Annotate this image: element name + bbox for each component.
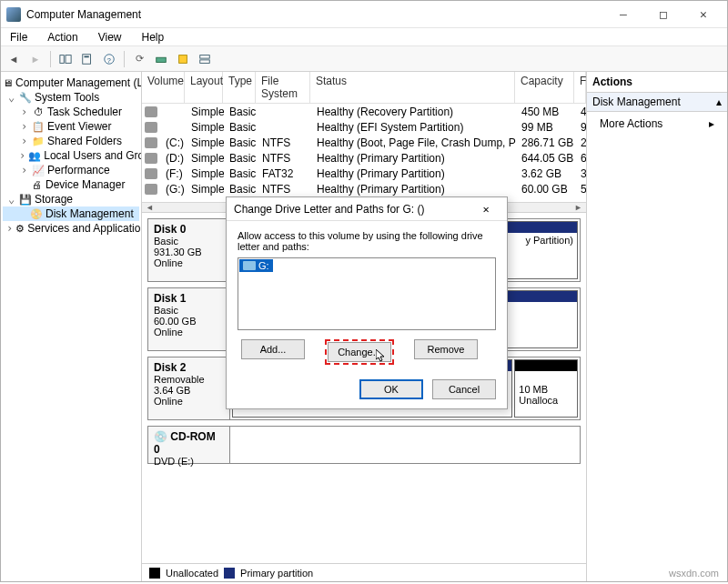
- legend-swatch-unallocated: [149, 568, 160, 579]
- menu-help[interactable]: Help: [138, 30, 168, 45]
- legend-unallocated: Unallocated: [166, 568, 218, 579]
- col-capacity[interactable]: Capacity: [515, 72, 574, 103]
- tree-root[interactable]: 🖥Computer Management (Local: [3, 76, 139, 90]
- tree-shared-folders[interactable]: ›📁Shared Folders: [3, 134, 139, 148]
- legend-primary: Primary partition: [240, 568, 313, 579]
- navigation-tree[interactable]: 🖥Computer Management (Local ⌄🔧System Too…: [1, 72, 142, 581]
- drive-letter-list[interactable]: G:: [238, 257, 496, 330]
- menu-action[interactable]: Action: [44, 30, 81, 45]
- volume-list[interactable]: Volume Layout Type File System Status Ca…: [142, 72, 586, 213]
- tree-local-users[interactable]: ›👥Local Users and Groups: [3, 148, 139, 163]
- drive-icon: [145, 153, 157, 164]
- menubar: File Action View Help: [1, 28, 727, 46]
- svg-rect-2: [83, 54, 91, 64]
- tree-device-manager[interactable]: 🖨Device Manager: [3, 177, 139, 192]
- svg-rect-9: [200, 59, 210, 63]
- col-type[interactable]: Type: [223, 72, 256, 103]
- svg-rect-8: [200, 55, 210, 58]
- svg-rect-0: [60, 55, 64, 63]
- help-button[interactable]: ?: [100, 50, 118, 68]
- volume-row[interactable]: (D:)SimpleBasicNTFSHealthy (Primary Part…: [142, 150, 586, 166]
- volume-row[interactable]: SimpleBasicHealthy (Recovery Partition)4…: [142, 104, 586, 119]
- volume-row[interactable]: SimpleBasicHealthy (EFI System Partition…: [142, 119, 586, 135]
- svg-rect-6: [157, 57, 167, 62]
- tree-task-scheduler[interactable]: ›⏱Task Scheduler: [3, 105, 139, 119]
- settings-button[interactable]: [174, 50, 192, 68]
- close-button[interactable]: ✕: [683, 2, 723, 27]
- drive-letter-item-selected[interactable]: G:: [239, 259, 273, 272]
- ok-button[interactable]: OK: [359, 379, 423, 399]
- legend-swatch-primary: [224, 568, 235, 579]
- window-controls: — □ ✕: [603, 2, 723, 27]
- svg-text:?: ?: [106, 55, 111, 64]
- actions-pane: Actions Disk Management▴ More Actions▸: [586, 72, 727, 581]
- tree-performance[interactable]: ›📈Performance: [3, 163, 139, 177]
- col-layout[interactable]: Layout: [185, 72, 223, 103]
- actions-header: Actions: [587, 72, 727, 93]
- actions-more[interactable]: More Actions▸: [587, 112, 727, 136]
- forward-button[interactable]: ►: [26, 50, 45, 68]
- menu-file[interactable]: File: [6, 30, 31, 45]
- dialog-message: Allow access to this volume by using the…: [238, 230, 496, 252]
- svg-rect-3: [85, 55, 89, 57]
- cursor-icon: [376, 349, 387, 362]
- volume-row[interactable]: (C:)SimpleBasicNTFSHealthy (Boot, Page F…: [142, 135, 586, 150]
- dialog-titlebar[interactable]: Change Drive Letter and Paths for G: () …: [227, 197, 507, 221]
- collapse-icon: ▴: [716, 96, 722, 108]
- rescan-button[interactable]: [152, 50, 170, 68]
- tree-storage[interactable]: ⌄💾Storage: [3, 192, 139, 206]
- app-icon: [6, 7, 21, 22]
- menu-view[interactable]: View: [95, 30, 126, 45]
- back-button[interactable]: ◄: [5, 50, 23, 68]
- disk-2-label: Disk 2 Removable 3.64 GB Online: [148, 357, 230, 419]
- change-button-highlight: Change...: [325, 339, 394, 365]
- tree-event-viewer[interactable]: ›📋Event Viewer: [3, 119, 139, 134]
- titlebar: Computer Management — □ ✕: [1, 1, 727, 28]
- svg-rect-1: [66, 55, 71, 63]
- scroll-left-button[interactable]: ◄: [142, 203, 157, 212]
- dialog-close-button[interactable]: ✕: [472, 203, 500, 216]
- col-filesystem[interactable]: File System: [256, 72, 310, 103]
- legend: Unallocated Primary partition: [142, 563, 586, 581]
- partition-unallocated[interactable]: 10 MBUnalloca: [514, 359, 578, 418]
- separator: [50, 51, 51, 67]
- disk-row-cdrom[interactable]: 💿 CD-ROM 0 DVD (E:): [147, 426, 581, 464]
- tree-system-tools[interactable]: ⌄🔧System Tools: [3, 90, 139, 105]
- minimize-button[interactable]: —: [603, 2, 643, 27]
- dialog-body: Allow access to this volume by using the…: [227, 221, 507, 372]
- tree-disk-management[interactable]: 📀Disk Management: [3, 206, 139, 221]
- col-free[interactable]: F: [574, 72, 586, 103]
- volume-row[interactable]: (G:)SimpleBasicNTFSHealthy (Primary Part…: [142, 181, 586, 196]
- dialog-title: Change Drive Letter and Paths for G: (): [234, 203, 424, 216]
- cancel-button[interactable]: Cancel: [432, 379, 496, 399]
- drive-icon: [243, 261, 256, 270]
- disk-1-label: Disk 1 Basic 60.00 GB Online: [148, 288, 230, 350]
- drive-icon: [145, 137, 157, 148]
- drive-icon: [145, 168, 157, 179]
- drive-icon: [145, 122, 157, 133]
- add-button[interactable]: Add...: [241, 339, 305, 359]
- volume-row[interactable]: (F:)SimpleBasicFAT32Healthy (Primary Par…: [142, 166, 586, 181]
- col-status[interactable]: Status: [310, 72, 515, 103]
- actions-group-header[interactable]: Disk Management▴: [587, 93, 727, 112]
- list-header[interactable]: Volume Layout Type File System Status Ca…: [142, 72, 586, 104]
- window-title: Computer Management: [26, 8, 141, 21]
- view-top-button[interactable]: [196, 50, 214, 68]
- watermark: wsxdn.com: [669, 568, 719, 579]
- maximize-button[interactable]: □: [643, 2, 683, 27]
- toolbar: ◄ ► ? ⟳: [1, 46, 727, 72]
- scroll-right-button[interactable]: ►: [571, 203, 586, 212]
- properties-button[interactable]: [78, 50, 96, 68]
- disk-0-label: Disk 0 Basic 931.30 GB Online: [148, 219, 230, 281]
- separator: [124, 51, 125, 67]
- show-hide-tree-button[interactable]: [56, 50, 75, 68]
- refresh-button[interactable]: ⟳: [130, 50, 148, 68]
- drive-icon: [145, 106, 157, 117]
- tree-services[interactable]: ›⚙Services and Applications: [3, 221, 139, 236]
- dialog-action-buttons: Add... Change... Remove: [238, 337, 496, 367]
- remove-button[interactable]: Remove: [414, 339, 478, 359]
- drive-icon: [145, 184, 157, 195]
- change-button[interactable]: Change...: [328, 342, 391, 362]
- col-volume[interactable]: Volume: [142, 72, 185, 103]
- cdrom-label: 💿 CD-ROM 0 DVD (E:): [148, 427, 230, 463]
